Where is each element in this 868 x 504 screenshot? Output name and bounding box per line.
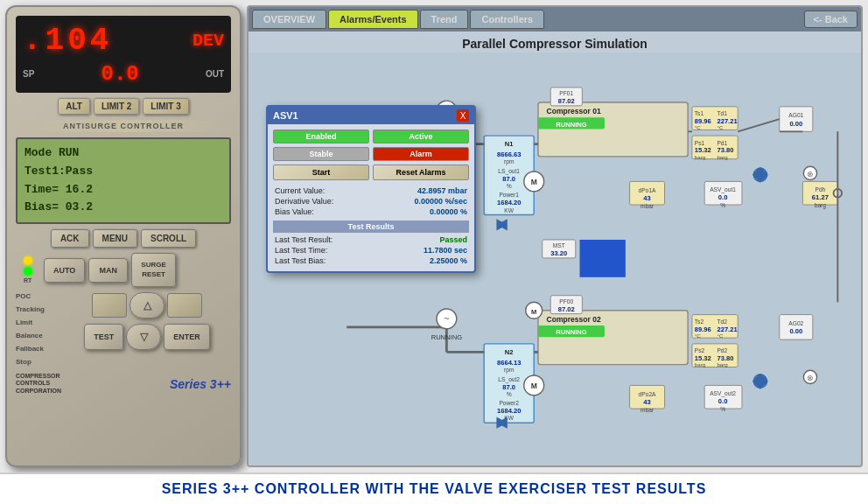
back-button[interactable]: <- Back (804, 10, 858, 28)
asv-buttons-row: Start Reset Alarms (273, 164, 469, 180)
svg-text:°C: °C (695, 124, 701, 130)
main-display: .104 (23, 23, 112, 59)
brand-line1: COMPRESSOR (16, 373, 60, 380)
asv-close-button[interactable]: X (457, 109, 469, 122)
asv-reset-button[interactable]: Reset Alarms (373, 164, 469, 180)
menu-button[interactable]: MENU (93, 229, 137, 248)
limit2-button[interactable]: LIMIT 2 (94, 98, 139, 115)
svg-text:Ts2: Ts2 (695, 318, 704, 325)
svg-text:0.0: 0.0 (718, 193, 728, 201)
limit-label: Limit (16, 318, 60, 326)
tab-trend[interactable]: Trend (420, 10, 469, 29)
asv-last-bias-value: 2.25000 % (430, 256, 467, 265)
asv-bias-label: Bias Value: (275, 207, 314, 216)
svg-text:61.27: 61.27 (812, 193, 829, 201)
asv-stable-row: Stable Alarm (273, 147, 469, 161)
scroll-button[interactable]: SCROLL (141, 229, 196, 248)
asv-last-result-label: Last Test Result: (275, 235, 332, 244)
asv-modal: ASV1 X Enabled Active Stable Alarm (266, 105, 476, 273)
man-button[interactable]: MAN (88, 258, 128, 283)
svg-text:barg: barg (815, 202, 827, 209)
series-badge: Series 3++ (170, 377, 231, 391)
svg-text:RUNNING: RUNNING (556, 328, 587, 336)
asv-derivative-value: 0.00000 %/sec (414, 197, 467, 206)
alt-button[interactable]: ALT (58, 98, 90, 115)
asv-stable-label: Stable (273, 147, 369, 161)
svg-text:%: % (507, 183, 512, 189)
up-arrow-button[interactable]: △ (130, 292, 164, 318)
svg-text:dPo2A: dPo2A (639, 391, 657, 397)
tab-controllers[interactable]: Controllers (470, 10, 544, 29)
svg-text:15.32: 15.32 (695, 354, 711, 362)
asv-titlebar: ASV1 X (268, 107, 474, 124)
tab-overview[interactable]: OVERVIEW (252, 10, 326, 29)
asv-last-time-row: Last Test Time: 11.7800 sec (273, 245, 469, 256)
ack-button[interactable]: ACK (51, 229, 89, 248)
caption-bar: SERIES 3++ CONTROLLER WITH THE VALVE EXE… (0, 472, 868, 504)
svg-text:87.0: 87.0 (502, 383, 515, 391)
auto-button[interactable]: AUTO (44, 258, 85, 283)
svg-text:N1: N1 (505, 140, 514, 148)
down-arrow-button[interactable]: ▽ (126, 324, 161, 350)
svg-text:43: 43 (643, 194, 650, 202)
tab-alarms[interactable]: Alarms/Events (328, 10, 417, 29)
svg-text:N2: N2 (505, 348, 514, 356)
hmi-panel: OVERVIEW Alarms/Events Trend Controllers… (247, 5, 863, 467)
asv-last-result-row: Last Test Result: Passed (273, 234, 469, 245)
limit-buttons-row: ALT LIMIT 2 LIMIT 3 (16, 98, 231, 115)
svg-text:0.00: 0.00 (789, 120, 802, 128)
svg-text:M: M (531, 308, 536, 316)
led-green (24, 267, 32, 276)
sub-display: 0.0 (102, 62, 139, 86)
hmi-tabs: OVERVIEW Alarms/Events Trend Controllers… (248, 7, 861, 32)
svg-text:mbar: mbar (640, 203, 654, 209)
svg-text:AG02: AG02 (788, 320, 803, 326)
svg-text:Ts1: Ts1 (695, 110, 704, 116)
asv-bias-value: 0.00000 % (430, 207, 467, 216)
svg-text:Power1: Power1 (499, 192, 519, 198)
brand-line2: CONTROLS (16, 380, 50, 387)
mode-row: RT AUTO MAN SURGE RESET (16, 253, 231, 287)
asv-last-bias-row: Last Test Bias: 2.25000 % (273, 256, 469, 266)
svg-text:%: % (720, 406, 725, 412)
svg-text:mbar: mbar (640, 407, 654, 413)
svg-text:°C: °C (695, 332, 701, 339)
asv-start-button[interactable]: Start (273, 164, 369, 180)
svg-text:M: M (531, 382, 537, 390)
svg-text:%: % (507, 391, 512, 397)
rt-label: RT (24, 277, 32, 284)
pad-empty2 (167, 293, 202, 318)
diagram-area: ~ RUNNING Compressor 01 RUNNING N1 8666.… (248, 52, 861, 460)
svg-text:PF01: PF01 (559, 90, 573, 96)
numpad-area: △ TEST ▽ ENTER (63, 292, 231, 366)
limit3-button[interactable]: LIMIT 3 (143, 98, 188, 115)
svg-text:LS_out2: LS_out2 (498, 376, 520, 383)
svg-text:Ps2: Ps2 (695, 347, 705, 354)
surge-reset-button[interactable]: SURGE RESET (131, 253, 175, 287)
fallback-label: Fallback (16, 345, 60, 353)
lcd-line1: Mode RUN (24, 144, 222, 163)
asv-last-time-label: Last Test Time: (275, 246, 327, 255)
svg-text:1684.20: 1684.20 (497, 407, 521, 415)
brand-line3: CORPORATION (16, 388, 61, 395)
asv-last-result-value: Passed (439, 235, 467, 244)
svg-text:rpm: rpm (504, 158, 514, 165)
enter-button[interactable]: ENTER (164, 324, 210, 350)
brand-logo: COMPRESSOR CONTROLS CORPORATION (16, 373, 61, 395)
svg-text:0.00: 0.00 (789, 327, 802, 335)
svg-text:~: ~ (444, 313, 450, 324)
svg-text:RUNNING: RUNNING (431, 333, 463, 341)
svg-text:AG01: AG01 (788, 112, 803, 118)
stop-label: Stop (16, 358, 60, 366)
balance-label: Balance (16, 332, 60, 340)
svg-text:⊗: ⊗ (807, 374, 814, 382)
svg-text:MST: MST (553, 242, 565, 248)
test-button[interactable]: TEST (84, 324, 123, 350)
svg-text:RUNNING: RUNNING (556, 121, 587, 129)
svg-text:KW: KW (504, 207, 514, 214)
controller-panel: .104 DEV SP 0.0 OUT ALT LIMIT 2 LIMIT 3 … (5, 5, 242, 467)
svg-text:87.0: 87.0 (502, 175, 515, 183)
pad-empty1 (92, 293, 127, 318)
svg-text:15.32: 15.32 (695, 146, 711, 154)
svg-text:0.0: 0.0 (718, 397, 728, 405)
